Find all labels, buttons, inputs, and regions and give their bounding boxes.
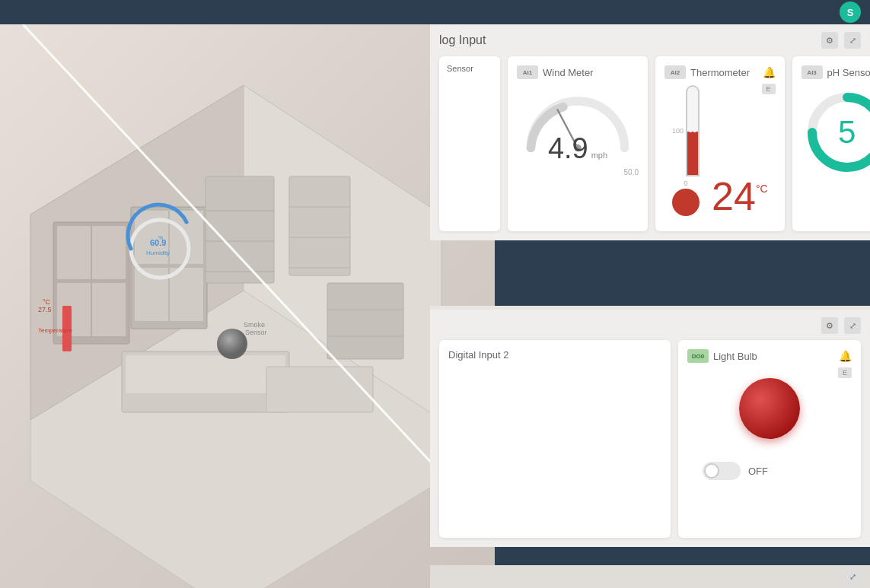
svg-rect-25 [126,355,285,393]
wind-gauge-container: 4.9 mph 50.0 [517,87,639,176]
isometric-view: °C 27.5 Temperature °C 20.8 °C 21.3 60.9… [0,24,495,588]
thermo-container: 100 0 24 [664,85,776,216]
bulb-toggle[interactable] [703,462,741,480]
bulb-sphere [739,378,800,439]
light-bulb-card: DO0 Light Bulb 🔔 E OFF [678,340,861,538]
wind-max: 50.0 [517,168,639,176]
thermo-marker [687,132,698,132]
sensor-header: Sensor [447,64,492,73]
bulb-do-badge: DO0 [687,349,709,363]
svg-rect-7 [92,283,126,336]
thermo-scale-top: 100 [672,127,684,135]
digital-expand-button[interactable]: ⤢ [844,317,861,334]
wind-badge-text: AI1 [523,69,532,76]
thermo-badge: AI2 [664,65,686,79]
thermo-title: Thermometer [690,67,758,78]
ph-container: 5 [801,87,870,178]
thermo-badge-text: AI2 [671,69,680,76]
wind-title: Wind Meter [543,67,639,78]
bulb-badge-text: DO0 [692,353,704,360]
thermometer-card: AI2 Thermometer 🔔 E 100 [655,56,785,231]
thermo-value-area: 24 °C [712,176,768,216]
analog-input-title: log Input [439,33,486,47]
di2-header: Digital Input 2 [448,349,661,361]
thermo-fill [687,132,698,175]
thermo-scale-bottom: 0 [684,180,688,187]
main-content: °C 27.5 Temperature °C 20.8 °C 21.3 60.9… [0,24,870,588]
right-content: log Input ⚙ ⤢ Sensor AI1 [430,24,870,588]
sensor-card: Sensor [439,56,500,231]
thermo-visual: 100 0 [672,85,700,216]
top-bar: S [0,0,870,24]
di2-title: Digital Input 2 [448,349,661,361]
svg-rect-21 [327,283,403,359]
analog-expand-button[interactable]: ⤢ [844,32,861,49]
bulb-switch: OFF [703,462,852,480]
bulb-title: Light Bulb [713,351,834,362]
svg-text:°C: °C [43,298,51,306]
svg-text:Temperature: Temperature [38,327,72,334]
digital-input-icons: ⚙ ⤢ [821,317,861,334]
sensor-title: Sensor [447,64,492,73]
bulb-header: DO0 Light Bulb 🔔 [687,349,852,363]
svg-text:Sensor: Sensor [245,329,267,336]
wind-header: AI1 Wind Meter [517,65,639,79]
svg-text:Smoke: Smoke [244,321,265,329]
analog-gear-button[interactable]: ⚙ [821,32,838,49]
svg-rect-26 [266,367,373,412]
ph-badge: AI3 [801,65,823,79]
toggle-knob [704,463,719,478]
thermo-bulb [672,189,700,216]
svg-rect-17 [289,176,350,275]
bulb-visual [687,378,852,439]
ph-badge-text: AI3 [807,69,816,76]
thermo-e-badge: E [762,84,776,94]
svg-rect-5 [92,226,126,279]
svg-rect-4 [57,226,91,279]
svg-text:%: % [158,235,163,240]
digital-gear-button[interactable]: ⚙ [821,317,838,334]
thermo-unit: °C [756,183,768,195]
thermo-big-value: 24 [712,176,756,216]
toggle-label: OFF [748,466,768,477]
thermo-bell-icon[interactable]: 🔔 [763,66,776,78]
svg-point-27 [217,329,247,359]
bottom-expand-button[interactable]: ⤢ [844,568,861,585]
wind-value: 4.9 [548,132,588,165]
floor-plan: °C 27.5 Temperature °C 20.8 °C 21.3 60.9… [0,24,495,588]
analog-input-icons: ⚙ ⤢ [821,32,861,49]
wind-value-row: 4.9 mph [548,140,607,165]
analog-widgets-row: Sensor AI1 Wind Meter [439,56,861,231]
svg-text:27.5: 27.5 [38,306,52,313]
ph-header: AI3 pH Sensor [801,65,870,79]
thermo-tube-wrap: 100 [672,85,700,176]
analog-input-section: log Input ⚙ ⤢ Sensor AI1 [430,24,870,240]
thermo-reading: 24 °C [712,176,768,216]
ph-donut-svg [801,87,870,178]
analog-input-header: log Input ⚙ ⤢ [439,32,861,49]
ph-title: pH Sensor [827,67,870,78]
svg-rect-12 [170,268,203,321]
thermo-header: AI2 Thermometer 🔔 [664,65,776,79]
avatar-letter: S [847,7,854,18]
bulb-e-badge: E [838,367,852,378]
svg-rect-13 [206,176,274,283]
avatar[interactable]: S [840,2,861,23]
bulb-bell-icon[interactable]: 🔔 [839,350,852,362]
svg-text:Humidity: Humidity [146,250,170,256]
digital-widgets-row: Digital Input 2 DO0 Light Bulb 🔔 E [430,340,870,547]
digital-input-2-card: Digital Input 2 [439,340,671,538]
ph-donut: 5 [801,87,870,178]
bottom-bar: ⤢ [430,565,870,588]
thermo-tube [686,85,700,176]
wind-meter-card: AI1 Wind Meter [508,56,648,231]
thermo-e-label: E [766,85,771,93]
bulb-e-label: E [843,369,847,377]
ph-sensor-card: AI3 pH Sensor 5 [792,56,870,231]
wind-badge: AI1 [517,65,538,79]
digital-input-header: ⚙ ⤢ [439,317,861,334]
ph-value: 5 [838,114,856,151]
wind-unit: mph [591,151,607,160]
